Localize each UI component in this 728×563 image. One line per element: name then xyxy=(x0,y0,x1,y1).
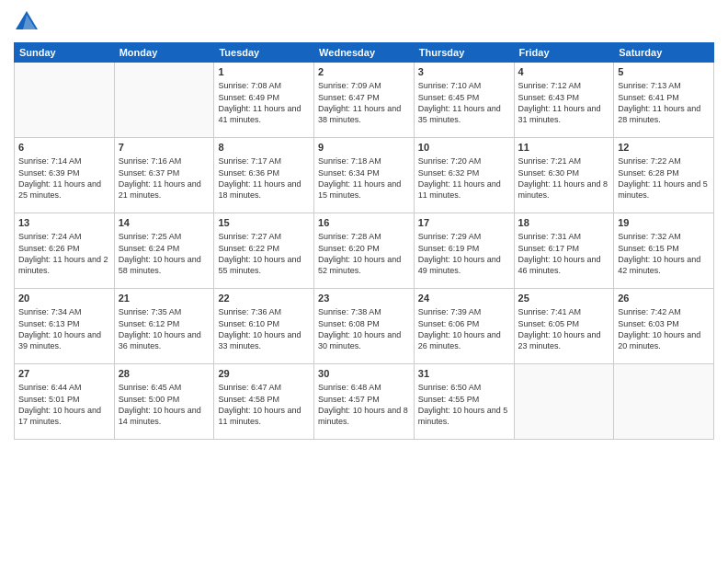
day-info: Sunrise: 7:34 AM Sunset: 6:13 PM Dayligh… xyxy=(18,306,110,351)
day-number: 3 xyxy=(418,65,510,79)
weekday-saturday: Saturday xyxy=(614,43,714,63)
day-number: 23 xyxy=(318,292,410,305)
calendar-cell: 16Sunrise: 7:28 AM Sunset: 6:20 PM Dayli… xyxy=(314,213,415,289)
day-info: Sunrise: 7:24 AM Sunset: 6:26 PM Dayligh… xyxy=(18,231,110,276)
day-number: 22 xyxy=(218,292,310,305)
calendar-cell: 26Sunrise: 7:42 AM Sunset: 6:03 PM Dayli… xyxy=(614,289,714,364)
calendar-cell: 12Sunrise: 7:22 AM Sunset: 6:28 PM Dayli… xyxy=(614,138,714,213)
day-number: 2 xyxy=(318,65,410,79)
day-number: 6 xyxy=(18,141,110,155)
day-number: 10 xyxy=(418,141,510,155)
day-info: Sunrise: 7:25 AM Sunset: 6:24 PM Dayligh… xyxy=(119,231,210,276)
calendar-cell: 13Sunrise: 7:24 AM Sunset: 6:26 PM Dayli… xyxy=(15,213,115,289)
calendar-cell: 21Sunrise: 7:35 AM Sunset: 6:12 PM Dayli… xyxy=(114,289,214,364)
day-info: Sunrise: 7:21 AM Sunset: 6:30 PM Dayligh… xyxy=(518,155,610,201)
day-number: 15 xyxy=(218,216,310,230)
day-info: Sunrise: 7:32 AM Sunset: 6:15 PM Dayligh… xyxy=(618,231,710,276)
calendar-cell: 10Sunrise: 7:20 AM Sunset: 6:32 PM Dayli… xyxy=(414,138,514,213)
calendar-cell xyxy=(614,364,714,440)
calendar-cell: 24Sunrise: 7:39 AM Sunset: 6:06 PM Dayli… xyxy=(414,289,514,364)
day-info: Sunrise: 7:13 AM Sunset: 6:41 PM Dayligh… xyxy=(618,80,710,125)
day-info: Sunrise: 7:22 AM Sunset: 6:28 PM Dayligh… xyxy=(618,155,710,201)
calendar-cell: 29Sunrise: 6:47 AM Sunset: 4:58 PM Dayli… xyxy=(214,364,314,440)
weekday-friday: Friday xyxy=(514,43,614,63)
day-info: Sunrise: 6:47 AM Sunset: 4:58 PM Dayligh… xyxy=(218,382,310,427)
day-number: 14 xyxy=(119,216,210,230)
weekday-row: SundayMondayTuesdayWednesdayThursdayFrid… xyxy=(15,43,714,63)
day-number: 28 xyxy=(119,367,210,381)
weekday-thursday: Thursday xyxy=(414,43,514,63)
calendar-cell: 6Sunrise: 7:14 AM Sunset: 6:39 PM Daylig… xyxy=(15,138,115,213)
calendar-cell xyxy=(514,364,614,440)
day-info: Sunrise: 7:27 AM Sunset: 6:22 PM Dayligh… xyxy=(218,231,310,276)
day-info: Sunrise: 7:14 AM Sunset: 6:39 PM Dayligh… xyxy=(18,155,110,201)
day-info: Sunrise: 7:12 AM Sunset: 6:43 PM Dayligh… xyxy=(518,80,610,125)
day-info: Sunrise: 7:08 AM Sunset: 6:49 PM Dayligh… xyxy=(218,80,310,125)
calendar-cell xyxy=(114,63,214,138)
weekday-wednesday: Wednesday xyxy=(314,43,415,63)
calendar-cell: 9Sunrise: 7:18 AM Sunset: 6:34 PM Daylig… xyxy=(314,138,415,213)
day-number: 18 xyxy=(518,216,610,230)
calendar-cell: 8Sunrise: 7:17 AM Sunset: 6:36 PM Daylig… xyxy=(214,138,314,213)
day-info: Sunrise: 7:28 AM Sunset: 6:20 PM Dayligh… xyxy=(318,231,410,276)
calendar-cell: 2Sunrise: 7:09 AM Sunset: 6:47 PM Daylig… xyxy=(314,63,415,138)
day-info: Sunrise: 7:35 AM Sunset: 6:12 PM Dayligh… xyxy=(119,306,210,351)
day-info: Sunrise: 7:41 AM Sunset: 6:05 PM Dayligh… xyxy=(518,306,610,351)
day-info: Sunrise: 7:31 AM Sunset: 6:17 PM Dayligh… xyxy=(518,231,610,276)
week-row-2: 6Sunrise: 7:14 AM Sunset: 6:39 PM Daylig… xyxy=(15,138,714,213)
weekday-sunday: Sunday xyxy=(15,43,115,63)
day-info: Sunrise: 7:42 AM Sunset: 6:03 PM Dayligh… xyxy=(618,306,710,351)
day-info: Sunrise: 6:45 AM Sunset: 5:00 PM Dayligh… xyxy=(119,382,210,427)
day-info: Sunrise: 7:29 AM Sunset: 6:19 PM Dayligh… xyxy=(418,231,510,276)
calendar-cell: 19Sunrise: 7:32 AM Sunset: 6:15 PM Dayli… xyxy=(614,213,714,289)
day-number: 29 xyxy=(218,367,310,381)
calendar-cell: 31Sunrise: 6:50 AM Sunset: 4:55 PM Dayli… xyxy=(414,364,514,440)
weekday-tuesday: Tuesday xyxy=(214,43,314,63)
day-number: 26 xyxy=(618,292,710,305)
day-number: 1 xyxy=(218,65,310,79)
header xyxy=(14,9,714,35)
day-number: 4 xyxy=(518,65,610,79)
day-info: Sunrise: 7:39 AM Sunset: 6:06 PM Dayligh… xyxy=(418,306,510,351)
day-number: 20 xyxy=(18,292,110,305)
day-number: 5 xyxy=(618,65,710,79)
calendar-cell: 20Sunrise: 7:34 AM Sunset: 6:13 PM Dayli… xyxy=(15,289,115,364)
day-number: 24 xyxy=(418,292,510,305)
day-number: 31 xyxy=(418,367,510,381)
day-number: 17 xyxy=(418,216,510,230)
day-info: Sunrise: 6:48 AM Sunset: 4:57 PM Dayligh… xyxy=(318,382,410,427)
calendar-cell: 4Sunrise: 7:12 AM Sunset: 6:43 PM Daylig… xyxy=(514,63,614,138)
day-number: 27 xyxy=(18,367,110,381)
calendar-cell: 5Sunrise: 7:13 AM Sunset: 6:41 PM Daylig… xyxy=(614,63,714,138)
page: SundayMondayTuesdayWednesdayThursdayFrid… xyxy=(0,0,728,563)
day-info: Sunrise: 6:50 AM Sunset: 4:55 PM Dayligh… xyxy=(418,382,510,427)
calendar-table: SundayMondayTuesdayWednesdayThursdayFrid… xyxy=(14,42,714,440)
week-row-3: 13Sunrise: 7:24 AM Sunset: 6:26 PM Dayli… xyxy=(15,213,714,289)
day-number: 30 xyxy=(318,367,410,381)
day-info: Sunrise: 6:44 AM Sunset: 5:01 PM Dayligh… xyxy=(18,382,110,427)
day-info: Sunrise: 7:18 AM Sunset: 6:34 PM Dayligh… xyxy=(318,155,410,201)
weekday-monday: Monday xyxy=(114,43,214,63)
calendar-cell: 17Sunrise: 7:29 AM Sunset: 6:19 PM Dayli… xyxy=(414,213,514,289)
calendar-cell: 22Sunrise: 7:36 AM Sunset: 6:10 PM Dayli… xyxy=(214,289,314,364)
week-row-5: 27Sunrise: 6:44 AM Sunset: 5:01 PM Dayli… xyxy=(15,364,714,440)
day-info: Sunrise: 7:20 AM Sunset: 6:32 PM Dayligh… xyxy=(418,155,510,201)
day-number: 25 xyxy=(518,292,610,305)
day-info: Sunrise: 7:36 AM Sunset: 6:10 PM Dayligh… xyxy=(218,306,310,351)
calendar-cell: 30Sunrise: 6:48 AM Sunset: 4:57 PM Dayli… xyxy=(314,364,415,440)
calendar-cell: 15Sunrise: 7:27 AM Sunset: 6:22 PM Dayli… xyxy=(214,213,314,289)
calendar-cell: 23Sunrise: 7:38 AM Sunset: 6:08 PM Dayli… xyxy=(314,289,415,364)
logo xyxy=(14,9,43,35)
week-row-1: 1Sunrise: 7:08 AM Sunset: 6:49 PM Daylig… xyxy=(15,63,714,138)
day-info: Sunrise: 7:16 AM Sunset: 6:37 PM Dayligh… xyxy=(119,155,210,201)
day-number: 7 xyxy=(119,141,210,155)
calendar-cell: 3Sunrise: 7:10 AM Sunset: 6:45 PM Daylig… xyxy=(414,63,514,138)
day-info: Sunrise: 7:17 AM Sunset: 6:36 PM Dayligh… xyxy=(218,155,310,201)
day-info: Sunrise: 7:38 AM Sunset: 6:08 PM Dayligh… xyxy=(318,306,410,351)
logo-icon xyxy=(14,9,40,35)
calendar-cell xyxy=(15,63,115,138)
day-number: 9 xyxy=(318,141,410,155)
week-row-4: 20Sunrise: 7:34 AM Sunset: 6:13 PM Dayli… xyxy=(15,289,714,364)
calendar-cell: 14Sunrise: 7:25 AM Sunset: 6:24 PM Dayli… xyxy=(114,213,214,289)
calendar-cell: 11Sunrise: 7:21 AM Sunset: 6:30 PM Dayli… xyxy=(514,138,614,213)
